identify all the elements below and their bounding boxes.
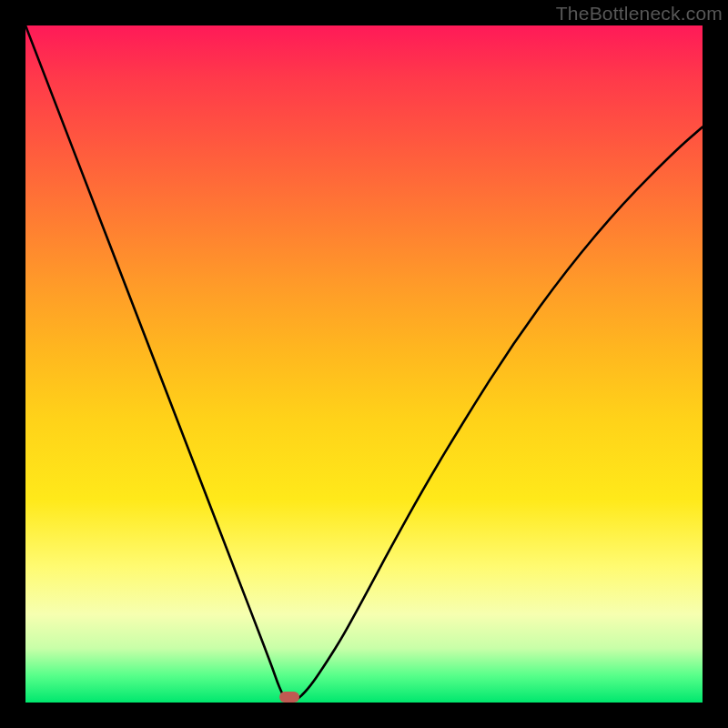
chart-frame: TheBottleneck.com [0, 0, 728, 728]
watermark: TheBottleneck.com [556, 3, 723, 25]
plot-area [25, 25, 703, 703]
bottleneck-curve [25, 25, 703, 703]
minimum-marker [279, 692, 299, 703]
